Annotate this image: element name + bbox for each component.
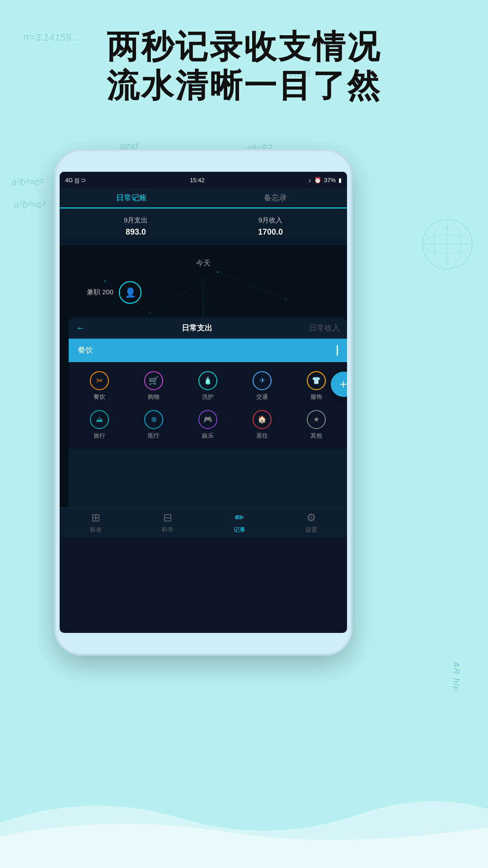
category-grid: ✂ 餐饮 🛒 购物 🧴 <box>69 362 347 449</box>
signal-bars: ||| <box>75 177 79 184</box>
stat-expense: 9月支出 893.0 <box>124 215 148 239</box>
cat-label-housing: 居住 <box>256 432 268 440</box>
cat-icon-clothing: 👕 <box>307 371 326 390</box>
svg-text:K: K <box>465 243 468 247</box>
status-right: ♪ ⏰ 37% ▮ <box>308 177 342 184</box>
svg-text:K: K <box>425 243 427 247</box>
bottom-wave <box>0 787 488 868</box>
headphone-icon: ♪ <box>308 177 311 184</box>
cat-label-dining: 餐饮 <box>94 393 105 401</box>
nav-notes[interactable]: ✏ 记事 <box>203 511 275 534</box>
cat-icon-travel: ⛰ <box>90 410 109 429</box>
battery-text: 37% <box>324 177 336 184</box>
tab-memo[interactable]: 备忘录 <box>203 188 347 208</box>
status-left: 4G ||| ⊃ <box>65 177 86 184</box>
cat-icon-transport: ✈ <box>253 371 272 390</box>
nav-standard[interactable]: ⊞ 标准 <box>60 511 131 534</box>
cat-travel[interactable]: ⛰ 旅行 <box>72 406 127 444</box>
cat-icon-housing: 🏠 <box>253 410 272 429</box>
popup-panel: ← 日常支出 日常收入 餐饮 ✂ <box>69 317 347 507</box>
alarm-icon: ⏰ <box>314 177 321 184</box>
top-heading: 两秒记录收支情况 流水清晰一目了然 <box>0 27 488 105</box>
cat-dining[interactable]: ✂ 餐饮 <box>72 367 127 406</box>
cat-icon-other: ★ <box>307 410 326 429</box>
cat-shopping[interactable]: 🛒 购物 <box>127 367 181 406</box>
cat-entertainment[interactable]: 🎮 娱乐 <box>181 406 235 444</box>
bg-math-5: a²b²=c² <box>14 199 45 211</box>
cat-icon-dining: ✂ <box>90 371 109 390</box>
cat-other[interactable]: ★ 其他 <box>289 406 343 444</box>
today-label: 今天 <box>196 259 211 268</box>
cat-icon-wash: 🧴 <box>198 371 217 390</box>
cat-wash[interactable]: 🧴 洗护 <box>181 367 235 406</box>
nav-science[interactable]: ⊟ 科学 <box>131 511 203 534</box>
popup-overlay: ← 日常支出 日常收入 餐饮 ✂ <box>60 317 347 507</box>
cat-label-shopping: 购物 <box>148 393 160 401</box>
cat-label-entertainment: 娱乐 <box>202 432 214 440</box>
settings-icon: ⚙ <box>306 511 316 524</box>
phone-screen: 4G ||| ⊃ 15:42 ♪ ⏰ 37% ▮ 日常记账 备忘录 <box>60 172 347 633</box>
cat-housing[interactable]: 🏠 居住 <box>235 406 289 444</box>
standard-icon: ⊞ <box>91 511 100 524</box>
main-content: 今天 兼职 200 👤 🧴 洗护 108 ✈ <box>60 245 347 507</box>
popup-title-income[interactable]: 日常收入 <box>309 323 340 333</box>
popup-back-button[interactable]: ← <box>76 323 85 333</box>
status-bar: 4G ||| ⊃ 15:42 ♪ ⏰ 37% ▮ <box>60 172 347 188</box>
selected-category-bar: 餐饮 <box>69 339 347 362</box>
phone-frame: 4G ||| ⊃ 15:42 ♪ ⏰ 37% ▮ 日常记账 备忘录 <box>54 149 352 656</box>
science-icon: ⊟ <box>163 511 172 524</box>
cat-icon-medical: ⊕ <box>144 410 163 429</box>
tab-bar: 日常记账 备忘录 <box>60 188 347 208</box>
cat-label-medical: 医疗 <box>148 432 160 440</box>
selected-category-label: 餐饮 <box>78 345 93 355</box>
ar-hip-label: AR hip <box>451 662 461 692</box>
signal-icon: 4G <box>65 177 73 184</box>
popup-header: ← 日常支出 日常收入 <box>69 317 347 339</box>
heading-line2: 流水清晰一目了然 <box>0 66 488 105</box>
cat-icon-entertainment: 🎮 <box>198 410 217 429</box>
svg-text:M: M <box>445 256 449 261</box>
nav-settings[interactable]: ⚙ 设置 <box>275 511 347 534</box>
globe-sketch: M M K K <box>420 217 474 271</box>
tab-daily-ledger[interactable]: 日常记账 <box>60 188 203 208</box>
selected-bar-line <box>337 345 338 356</box>
heading-line1: 两秒记录收支情况 <box>0 27 488 66</box>
cat-transport[interactable]: ✈ 交通 <box>235 367 289 406</box>
cat-label-transport: 交通 <box>256 393 268 401</box>
svg-text:M: M <box>445 226 449 231</box>
science-label: 科学 <box>162 526 174 534</box>
cat-medical[interactable]: ⊕ 医疗 <box>127 406 181 444</box>
settings-label: 设置 <box>305 526 317 534</box>
trans-icon-parttime: 👤 <box>119 281 141 304</box>
status-time: 15:42 <box>190 177 205 184</box>
bg-math-3: a²b²=c² <box>11 176 43 188</box>
stats-row: 9月支出 893.0 9月收入 1700.0 <box>60 208 347 245</box>
cat-label-wash: 洗护 <box>202 393 214 401</box>
notes-icon: ✏ <box>235 511 244 524</box>
wifi-icon: ⊃ <box>81 177 86 184</box>
cat-icon-shopping: 🛒 <box>144 371 163 390</box>
stat-income: 9月收入 1700.0 <box>258 215 283 239</box>
trans-label-parttime: 兼职 200 <box>87 288 113 297</box>
cat-label-clothing: 服饰 <box>310 393 322 401</box>
notes-label: 记事 <box>234 526 245 534</box>
popup-title-expense[interactable]: 日常支出 <box>92 323 302 333</box>
cat-label-other: 其他 <box>310 432 322 440</box>
battery-icon: ▮ <box>338 177 342 184</box>
transaction-part-time[interactable]: 兼职 200 👤 <box>87 281 141 304</box>
bottom-nav: ⊞ 标准 ⊟ 科学 ✏ 记事 ⚙ 设置 <box>60 507 347 538</box>
cat-label-travel: 旅行 <box>94 432 105 440</box>
standard-label: 标准 <box>90 526 102 534</box>
